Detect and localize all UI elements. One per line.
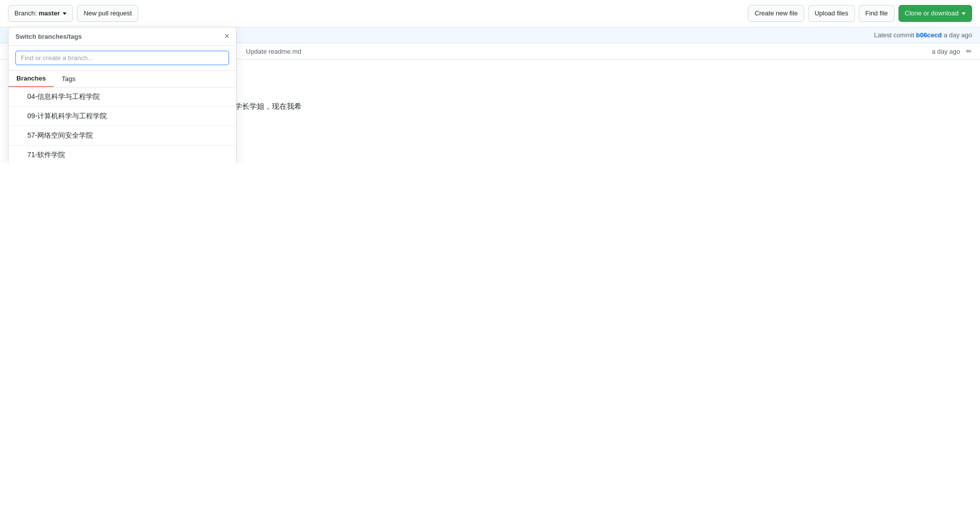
branch-list-item[interactable]: ✓09-计算机科学与工程学院 <box>8 107 236 126</box>
tab-tags[interactable]: Tags <box>54 71 83 87</box>
clone-label: Clone or download <box>905 8 959 18</box>
dropdown-header: Switch branches/tags × <box>8 27 236 46</box>
toolbar-left: Branch: master New pull request <box>8 5 138 22</box>
commit-hash[interactable]: b06cecd <box>916 31 942 39</box>
branch-list-item[interactable]: ✓57-网络空间安全学院 <box>8 126 236 146</box>
tab-branches[interactable]: Branches <box>8 71 54 87</box>
file-row-time: a day ago <box>722 48 960 55</box>
clone-or-download-button[interactable]: Clone or download <box>898 5 972 22</box>
commit-prefix: Latest commit <box>874 31 914 39</box>
dropdown-close-button[interactable]: × <box>225 32 229 40</box>
branch-dropdown-panel: Switch branches/tags × Branches Tags ✓04… <box>8 27 237 163</box>
branch-item-label: 04-信息科学与工程学院 <box>27 92 100 101</box>
chevron-down-icon <box>63 12 67 15</box>
branch-button[interactable]: Branch: master <box>8 5 73 22</box>
dropdown-branch-list: ✓04-信息科学与工程学院✓09-计算机科学与工程学院✓57-网络空间安全学院✓… <box>8 87 236 163</box>
new-pull-request-button[interactable]: New pull request <box>77 5 138 22</box>
clone-chevron-icon <box>962 12 966 15</box>
branch-search-input[interactable] <box>15 51 229 65</box>
toolbar-right: Create new file Upload files Find file C… <box>748 5 972 22</box>
branch-list-item[interactable]: ✓71-软件学院 <box>8 146 236 163</box>
main-layout: Branch: master New pull request Create n… <box>0 0 980 163</box>
edit-icon[interactable]: ✏ <box>966 47 972 55</box>
commit-time: a day ago <box>944 31 972 39</box>
pencil-icon: ✏ <box>966 47 972 55</box>
create-new-file-button[interactable]: Create new file <box>748 5 804 22</box>
find-file-button[interactable]: Find file <box>859 5 895 22</box>
dropdown-search-area <box>8 46 236 71</box>
toolbar: Branch: master New pull request Create n… <box>0 0 980 27</box>
upload-files-button[interactable]: Upload files <box>808 5 855 22</box>
branch-label-text: Branch: <box>14 8 37 18</box>
branch-item-label: 71-软件学院 <box>27 151 65 160</box>
branch-name-text: master <box>39 8 60 18</box>
dropdown-title: Switch branches/tags <box>15 33 82 40</box>
branch-list-item[interactable]: ✓04-信息科学与工程学院 <box>8 87 236 107</box>
branch-item-label: 57-网络空间安全学院 <box>27 131 93 140</box>
branch-item-label: 09-计算机科学与工程学院 <box>27 112 107 121</box>
file-row-commit: Update readme.md <box>246 48 722 55</box>
dropdown-tabs: Branches Tags <box>8 71 236 87</box>
